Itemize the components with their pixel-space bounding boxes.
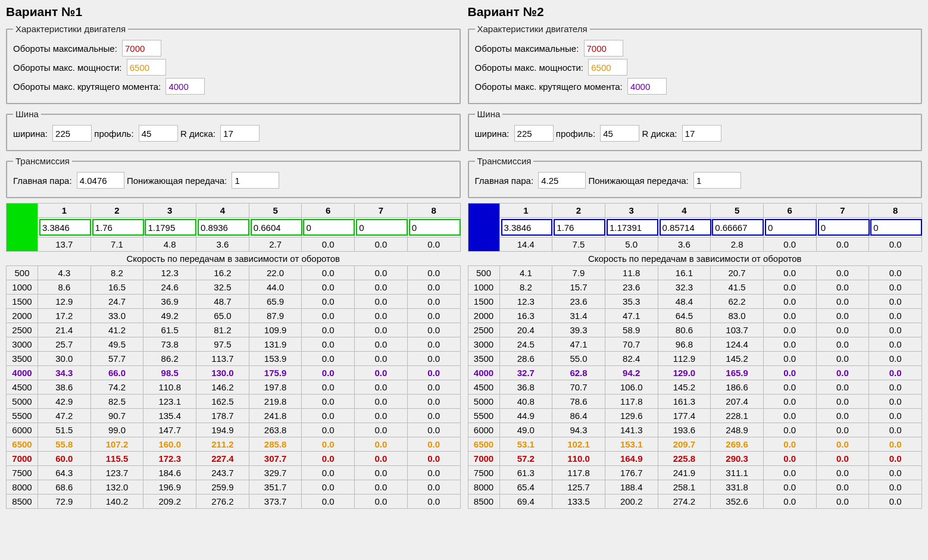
tire-rim-input-2[interactable] (682, 125, 721, 142)
variant-2-title: Вариант №2 (468, 5, 923, 19)
table-row: 200016.331.447.164.583.00.00.00.0 (468, 309, 922, 323)
gear-ratio-input-1[interactable] (39, 219, 91, 236)
table-row: 300024.547.170.796.8124.40.00.00.0 (468, 337, 922, 352)
rpm-max-input-1[interactable] (122, 40, 161, 57)
speed-cell: 72.9 (38, 495, 91, 509)
speed-cell: 258.1 (658, 480, 711, 495)
reduction-input-2[interactable] (693, 172, 741, 189)
table-row: 400032.762.894.2129.0165.90.00.00.0 (468, 366, 922, 380)
speed-cell: 0.0 (407, 395, 460, 409)
gear-ratio-input-7[interactable] (356, 219, 408, 236)
speed-cell: 51.5 (38, 423, 91, 437)
speed-cell: 99.0 (90, 423, 143, 437)
rpm-cell: 5500 (7, 409, 38, 423)
speed-cell: 0.0 (816, 466, 869, 480)
rpm-torque-input-2[interactable] (627, 78, 667, 95)
gear-ratio-input-2[interactable] (554, 219, 605, 236)
speed-cell: 194.9 (196, 423, 249, 437)
speed-cell: 131.9 (249, 337, 302, 352)
speed-cell: 82.4 (605, 352, 658, 366)
gear-ratio-input-8[interactable] (870, 219, 922, 236)
gear-ratio-input-2[interactable] (92, 219, 144, 236)
gear-ratio-input-7[interactable] (818, 219, 870, 236)
speed-cell: 196.9 (143, 480, 196, 495)
speed-cell: 184.6 (143, 466, 196, 480)
speed-cell: 31.4 (552, 309, 605, 323)
speed-cell: 176.7 (605, 466, 658, 480)
rpm-torque-input-1[interactable] (165, 78, 205, 95)
speed-cell: 285.8 (249, 437, 302, 452)
rpm-power-input-1[interactable] (127, 59, 166, 76)
final-drive-label: Главная пара: (13, 176, 72, 186)
gear-ratio-input-3[interactable] (607, 219, 658, 236)
speed-cell: 141.3 (605, 423, 658, 437)
speed-cell: 123.7 (90, 466, 143, 480)
tire-rim-input-1[interactable] (220, 125, 260, 142)
speed-cell: 373.7 (249, 495, 302, 509)
speed-cell: 0.0 (355, 323, 408, 337)
speed-cell: 44.0 (249, 280, 302, 295)
speed-cell: 94.3 (552, 423, 605, 437)
tire-profile-input-1[interactable] (139, 125, 178, 142)
speed-cell: 0.0 (763, 437, 816, 452)
gear-ratio-input-6[interactable] (765, 219, 817, 236)
speed-cell: 311.1 (711, 466, 764, 480)
speed-cell: 0.0 (869, 366, 922, 380)
trans-fieldset-1: Трансмиссия Главная пара: Понижающая пер… (6, 156, 461, 198)
speed-cell: 0.0 (869, 352, 922, 366)
final-drive-input-2[interactable] (538, 172, 586, 189)
speed-cell: 228.1 (711, 409, 764, 423)
speed-cell: 0.0 (763, 323, 816, 337)
speed-cell: 38.6 (38, 380, 91, 395)
table-row: 350028.655.082.4112.9145.20.00.00.0 (468, 352, 922, 366)
speed-cell: 0.0 (355, 380, 408, 395)
speed-cell: 188.4 (605, 480, 658, 495)
speed-cell: 0.0 (302, 337, 355, 352)
gear-ratio-input-5[interactable] (251, 219, 302, 236)
reduction-label: Понижающая передача: (588, 176, 688, 186)
final-drive-input-1[interactable] (77, 172, 124, 189)
rpm-cell: 4000 (468, 366, 499, 380)
speed-cell: 58.9 (605, 323, 658, 337)
total-ratio-cell: 5.0 (605, 237, 658, 252)
speed-cell: 307.7 (249, 452, 302, 466)
gear-ratio-input-4[interactable] (198, 219, 249, 236)
tire-profile-input-2[interactable] (600, 125, 639, 142)
gear-ratio-input-5[interactable] (712, 219, 764, 236)
speed-cell: 0.0 (763, 352, 816, 366)
tire-legend: Шина (13, 109, 41, 119)
speed-cell: 64.3 (38, 466, 91, 480)
gear-ratio-input-3[interactable] (145, 219, 196, 236)
speed-cell: 0.0 (302, 380, 355, 395)
tire-width-input-2[interactable] (514, 125, 554, 142)
speed-cell: 0.0 (407, 323, 460, 337)
speed-cell: 0.0 (407, 480, 460, 495)
tire-width-input-1[interactable] (52, 125, 92, 142)
speed-cell: 78.6 (552, 395, 605, 409)
rpm-cell: 8500 (7, 495, 38, 509)
gear-header: 5 (711, 204, 764, 218)
gear-header: 7 (816, 204, 869, 218)
gear-ratio-input-6[interactable] (303, 219, 355, 236)
gear-ratio-input-4[interactable] (660, 219, 711, 236)
total-ratio-cell: 14.4 (499, 237, 552, 252)
speed-cell: 53.1 (499, 437, 552, 452)
speed-cell: 8.6 (38, 280, 91, 295)
gear-ratio-input-8[interactable] (409, 219, 461, 236)
speed-cell: 17.2 (38, 309, 91, 323)
speed-cell: 64.5 (658, 309, 711, 323)
total-ratio-cell: 3.6 (658, 237, 711, 252)
reduction-input-1[interactable] (232, 172, 279, 189)
speed-cell: 145.2 (658, 380, 711, 395)
table-row: 850072.9140.2209.2276.2373.70.00.00.0 (7, 495, 461, 509)
rpm-power-label: Обороты макс. мощности: (13, 62, 122, 73)
gear-ratio-input-1[interactable] (501, 219, 553, 236)
speed-cell: 28.6 (499, 352, 552, 366)
variant-1-panel: Вариант №1 Характеристики двигателя Обор… (6, 5, 461, 509)
rpm-power-input-2[interactable] (588, 59, 627, 76)
speed-cell: 0.0 (763, 337, 816, 352)
speed-cell: 211.2 (196, 437, 249, 452)
speed-cell: 0.0 (816, 280, 869, 295)
speed-cell: 133.5 (552, 495, 605, 509)
rpm-max-input-2[interactable] (584, 40, 623, 57)
